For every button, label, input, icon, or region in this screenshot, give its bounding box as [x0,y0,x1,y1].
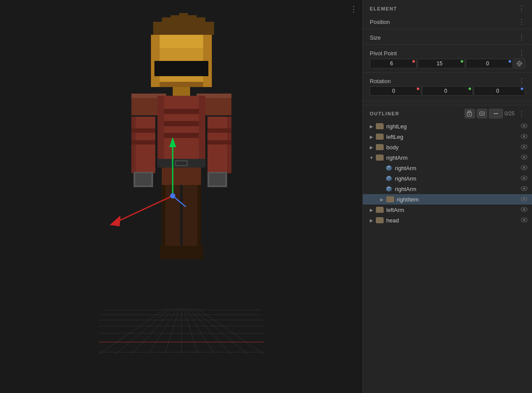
svg-rect-43 [199,96,205,161]
svg-rect-65 [181,246,203,259]
rot-x-indicator [417,87,419,90]
tree-arrow-rightArm-3[interactable] [378,185,385,192]
outliner-tree: ▶rightLeg ▶leftLeg ▶body ▼rightArm right… [363,121,532,225]
svg-rect-56 [135,173,151,185]
visibility-toggle-leftLeg[interactable] [520,133,529,140]
folder-icon-body [376,144,384,150]
visibility-toggle-body[interactable] [520,144,529,151]
eye-icon-svg [521,134,528,139]
tree-label-rightItem: rightItem [397,196,520,203]
visibility-toggle-rightItem[interactable] [520,196,529,203]
element-menu-dots[interactable]: ⋮ [518,4,525,13]
svg-point-108 [523,188,525,190]
svg-rect-79 [468,111,471,112]
svg-point-98 [523,167,525,169]
visibility-toggle-head[interactable] [520,217,529,224]
tree-item-head[interactable]: ▶head [363,215,532,225]
svg-rect-23 [188,15,197,35]
position-row: Position ⋮ [363,15,532,27]
visibility-toggle-rightArm-1[interactable] [520,165,529,171]
folder-icon-rightItem [386,196,394,202]
folder-icon-head [376,217,384,223]
svg-point-110 [523,198,525,200]
outliner-header: OUTLINER [363,105,532,121]
pivot-y-input[interactable] [418,59,465,68]
svg-rect-24 [197,17,205,35]
cube-icon-rightArm-2 [385,175,392,182]
tree-arrow-rightLeg[interactable]: ▶ [368,123,375,130]
viewport[interactable]: ⋮ [0,0,362,393]
svg-rect-49 [131,128,155,133]
pivot-x-input[interactable] [370,59,417,68]
tree-arrow-rightItem[interactable]: ▶ [378,196,385,203]
tree-item-rightArm-2[interactable]: rightArm [363,173,532,184]
right-panel: ELEMENT ⋮ Position ⋮ Size ⋮ Pivot Point … [362,0,532,393]
svg-rect-38 [157,96,205,161]
svg-rect-19 [153,22,162,35]
add-group-button[interactable] [465,109,475,118]
folder-icon-rightArm [376,155,384,161]
svg-rect-39 [157,109,205,114]
folder-icon-leftLeg [376,134,384,140]
pivot-target-button[interactable] [514,58,525,69]
tree-arrow-rightArm-2[interactable] [378,175,385,182]
pivot-y-wrap [418,59,465,68]
remove-item-button[interactable] [489,109,503,118]
svg-rect-41 [157,133,205,138]
cube-icon-rightArm-3 [385,185,392,192]
pivot-z-wrap [466,59,513,68]
svg-rect-50 [131,140,155,144]
folder-icon-rightLeg [376,123,384,129]
size-menu-dots[interactable]: ⋮ [518,34,525,42]
rotation-menu-dots[interactable]: ⋮ [518,77,525,85]
rot-z-wrap [474,86,525,96]
tree-item-leftArm[interactable]: ▶leftArm [363,205,532,215]
visibility-toggle-rightArm-2[interactable] [520,175,529,182]
rot-z-indicator [521,87,523,90]
eye-icon-svg [521,155,528,160]
svg-point-71 [170,193,175,198]
add-item-button[interactable] [477,109,487,118]
tree-arrow-rightArm-1[interactable] [378,165,385,171]
tree-item-rightArm-1[interactable]: rightArm [363,163,532,173]
pivot-menu-dots[interactable]: ⋮ [518,49,525,57]
outliner-menu-dots[interactable]: ⋮ [518,110,525,118]
outliner-count: 0/25 [505,111,515,117]
tree-label-leftArm: leftArm [386,207,520,213]
visibility-toggle-rightLeg[interactable] [520,123,529,130]
tree-arrow-leftArm[interactable]: ▶ [368,206,375,213]
tree-item-rightArm-3[interactable]: rightArm [363,184,532,194]
tree-arrow-head[interactable]: ▶ [368,217,375,224]
tree-arrow-leftLeg[interactable]: ▶ [368,133,375,140]
pivot-x-wrap [370,59,417,68]
tree-item-rightItem[interactable]: ▶rightItem [363,194,532,205]
rotation-label: Rotation [370,78,391,84]
visibility-toggle-leftArm[interactable] [520,206,529,213]
visibility-toggle-rightArm[interactable] [520,154,529,161]
tree-item-rightLeg[interactable]: ▶rightLeg [363,121,532,131]
rot-y-input[interactable] [422,86,473,96]
tree-label-head: head [386,217,520,224]
svg-rect-20 [162,17,171,35]
visibility-toggle-rightArm-3[interactable] [520,185,529,192]
svg-rect-48 [131,117,136,173]
rot-x-input[interactable] [370,86,421,96]
tree-label-rightArm-1: rightArm [395,165,520,171]
tree-arrow-rightArm[interactable]: ▼ [368,154,375,161]
tree-label-rightArm: rightArm [386,155,520,161]
svg-point-112 [523,208,525,211]
rot-z-input[interactable] [474,86,525,96]
position-menu-dots[interactable]: ⋮ [518,18,525,26]
size-row: Size ⋮ [363,31,532,43]
target-icon [516,60,522,67]
eye-icon-svg [521,165,528,170]
tree-item-leftLeg[interactable]: ▶leftLeg [363,131,532,142]
element-title: ELEMENT [370,6,397,11]
svg-rect-29 [160,35,203,48]
tree-item-rightArm[interactable]: ▼rightArm [363,152,532,163]
tree-item-body[interactable]: ▶body [363,142,532,152]
svg-rect-33 [173,87,190,96]
pivot-point-label: Pivot Point [370,50,397,57]
tree-arrow-body[interactable]: ▶ [368,144,375,151]
pivot-z-input[interactable] [466,59,513,68]
